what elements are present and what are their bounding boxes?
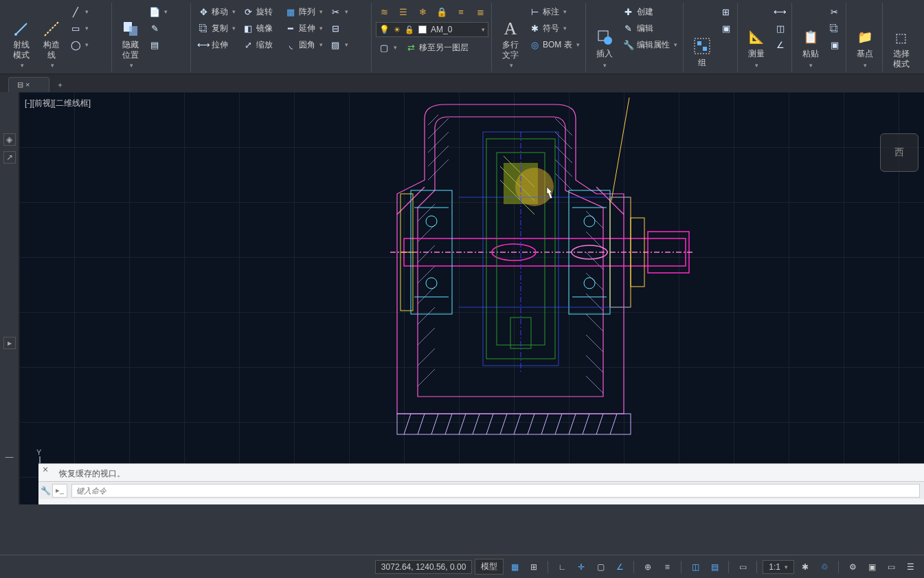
toolbar-btn-1[interactable]: ◈ xyxy=(3,133,16,146)
hardware-accel[interactable]: ▣ xyxy=(864,559,880,575)
cut-button[interactable]: ✂ xyxy=(826,4,843,19)
block-attrs-button[interactable]: 🔧编辑属性▾ xyxy=(620,37,680,52)
select-mode-button[interactable]: ⬚ 选择 模式 xyxy=(887,4,916,70)
viewport-label[interactable]: [-][前视][二维线框] xyxy=(25,98,91,109)
ribbon-panel-hide: 隐藏 位置▾ 📄▾ ✎ ▤ xyxy=(113,3,191,71)
toolbar-btn-2[interactable]: ↗ xyxy=(3,151,16,164)
ray-mode-button[interactable]: 射线 模式▾ xyxy=(7,4,36,70)
transparency-toggle[interactable]: ▤ xyxy=(706,559,723,575)
move-icon: ✥ xyxy=(198,6,209,17)
layer-freeze-button[interactable]: ❄ xyxy=(414,4,431,19)
mirror-button[interactable]: ◧镜像 xyxy=(240,21,281,36)
scale-readout[interactable]: 1:1▾ xyxy=(763,560,794,574)
symbol-button[interactable]: ✱符号▾ xyxy=(526,21,583,36)
tab-close-x[interactable]: ⊟ × xyxy=(17,80,30,89)
square-icon: ▢ xyxy=(379,42,390,53)
layer-props-button[interactable]: ▢▾ xyxy=(376,40,400,55)
svg-line-38 xyxy=(611,98,629,201)
cycle-toggle[interactable]: ◫ xyxy=(687,559,703,575)
group-edit-button[interactable]: ▣ xyxy=(718,21,734,36)
insert-button[interactable]: 插入▾ xyxy=(590,4,619,70)
osnap-toggle[interactable]: ▢ xyxy=(592,559,609,575)
ribbon-panel-base: 📁 基点▾ xyxy=(848,3,883,71)
rotate-button[interactable]: ⟳旋转 xyxy=(240,4,281,19)
toolbar-btn-3[interactable]: — xyxy=(3,451,16,463)
ortho-toggle[interactable]: ∟ xyxy=(554,559,570,575)
base-button[interactable]: 📁 基点▾ xyxy=(850,4,879,70)
move-to-layer-button[interactable]: ⇄移至另一图层 xyxy=(403,40,471,55)
current-layer-dropdown[interactable]: 💡 ☀ 🔓 AM_0 ▾ xyxy=(376,22,488,37)
group-button[interactable]: 组 xyxy=(688,4,717,70)
cmd-config-button[interactable]: 🔧 xyxy=(38,486,52,496)
dim-button[interactable]: ⊢标注▾ xyxy=(526,4,583,19)
hide-position-button[interactable]: 隐藏 位置▾ xyxy=(116,4,145,70)
stretch-button[interactable]: ⟷拉伸 xyxy=(195,37,238,52)
meas-1[interactable]: ⟷ xyxy=(772,4,789,19)
copy-clip-icon: ⿻ xyxy=(829,23,840,34)
hide-tool-3[interactable]: ▤ xyxy=(146,37,188,52)
mod-ext-2[interactable]: ⊟ xyxy=(327,21,368,36)
anno-vis-toggle[interactable]: ✱ xyxy=(797,559,813,575)
workspace-switch[interactable]: ⚙ xyxy=(844,559,861,575)
cmd-prompt-icon: ▸_ xyxy=(52,484,67,498)
fillet-icon: ◟ xyxy=(285,39,296,50)
extend-button[interactable]: ━延伸▾ xyxy=(282,21,326,36)
scale-button[interactable]: ⤢缩放 xyxy=(240,37,281,52)
layer-x4[interactable]: ≡ xyxy=(453,4,469,19)
model-space-button[interactable]: 模型 xyxy=(475,559,504,575)
document-tab-active[interactable]: ⊟ × xyxy=(8,77,49,92)
hide-tool-2[interactable]: ✎ xyxy=(146,21,188,36)
customize-button[interactable]: ☰ xyxy=(902,559,919,575)
insert-label: 插入 xyxy=(596,48,613,60)
clean-screen[interactable]: ▭ xyxy=(883,559,899,575)
copy-clip-button[interactable]: ⿻ xyxy=(826,21,843,36)
block-create-button[interactable]: ✚创建 xyxy=(620,4,680,19)
mod-ext-3[interactable]: ▨▾ xyxy=(327,37,368,52)
array-button[interactable]: ▦阵列▾ xyxy=(282,4,326,19)
snap-toggle[interactable]: ⊞ xyxy=(526,559,542,575)
chevron-down-icon: ▾ xyxy=(482,26,485,33)
draw-tool-2[interactable]: ▭▾ xyxy=(67,21,109,36)
meas-2[interactable]: ◫ xyxy=(772,21,789,36)
paste-button[interactable]: 📋 粘贴▾ xyxy=(796,4,825,70)
dyn-toggle[interactable]: ⊕ xyxy=(640,559,656,575)
meas-3[interactable]: ∠ xyxy=(772,37,789,52)
block-edit-button[interactable]: ✎编辑 xyxy=(620,21,680,36)
paste-icon: 📋 xyxy=(802,28,820,46)
layer-off-button[interactable]: ≋ xyxy=(376,4,392,19)
lineweight-toggle[interactable]: ≡ xyxy=(659,559,675,575)
fillet-button[interactable]: ◟圆角▾ xyxy=(282,37,326,52)
mtext-button[interactable]: A 多行 文字▾ xyxy=(496,4,525,70)
qprops-toggle[interactable]: ▭ xyxy=(734,559,751,575)
measure-button[interactable]: 📐 测量▾ xyxy=(742,4,771,70)
bom-button[interactable]: ◎BOM 表▾ xyxy=(526,37,583,52)
copy-button[interactable]: ⿻复制▾ xyxy=(195,21,238,36)
anno-auto-toggle[interactable]: ♲ xyxy=(816,559,833,575)
constr-line-icon xyxy=(43,20,60,38)
draw-tool-3[interactable]: ◯▾ xyxy=(67,37,109,52)
mod-ext-1[interactable]: ✂▾ xyxy=(327,4,368,19)
otrack-toggle[interactable]: ∠ xyxy=(611,559,628,575)
toolbar-expand[interactable]: ▸ xyxy=(3,337,16,349)
move-button[interactable]: ✥移动▾ xyxy=(195,4,238,19)
hide-tool-1[interactable]: 📄▾ xyxy=(146,4,188,19)
ungroup-button[interactable]: ⊞ xyxy=(718,4,734,19)
polar-toggle[interactable]: ✛ xyxy=(573,559,589,575)
view-cube[interactable]: 西 xyxy=(880,133,919,172)
page-icon: ▤ xyxy=(149,39,160,50)
command-input[interactable] xyxy=(71,484,920,498)
drawing-canvas[interactable]: [-][前视][二维线框] xyxy=(19,92,924,504)
new-tab-button[interactable]: ＋ xyxy=(51,77,69,92)
draw-tool-1[interactable]: ╱▾ xyxy=(67,4,109,19)
layer-x5[interactable]: ≣ xyxy=(472,4,488,19)
grid-toggle[interactable]: ▦ xyxy=(506,559,523,575)
ray-icon xyxy=(12,20,30,38)
svg-point-20 xyxy=(426,216,437,227)
layer-color-swatch xyxy=(418,25,427,34)
layer-iso-button[interactable]: ☰ xyxy=(395,4,412,19)
cmd-close-button[interactable]: × xyxy=(38,464,52,481)
clip-ext[interactable]: ▣ xyxy=(826,37,843,52)
measure-label: 测量 xyxy=(748,48,765,60)
construction-line-button[interactable]: 构造 线▾ xyxy=(37,4,66,70)
layer-lock-button[interactable]: 🔒 xyxy=(433,4,450,19)
